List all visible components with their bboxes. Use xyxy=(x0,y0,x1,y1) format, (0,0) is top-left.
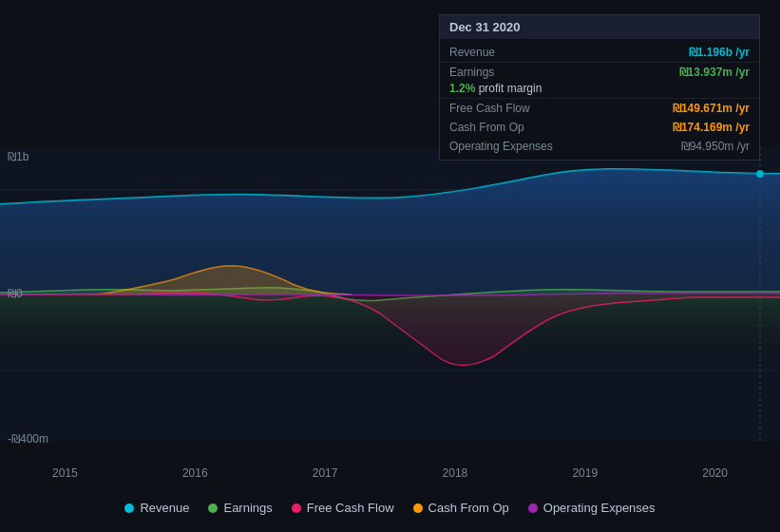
tooltip-profit-margin: 1.2% profit margin xyxy=(440,82,759,98)
svg-point-5 xyxy=(756,170,764,178)
tooltip-value-revenue: ₪1.196b /yr xyxy=(689,46,750,59)
tooltip-value-earnings: ₪13.937m /yr xyxy=(679,66,750,79)
legend-label-revenue: Revenue xyxy=(140,501,189,515)
chart-container: ₪1b ₪0 -₪400m Dec 31 2020 Revenue ₪1.196… xyxy=(0,0,780,532)
tooltip-value-cashfromop: ₪174.169m /yr xyxy=(673,121,750,134)
legend-dot-earnings xyxy=(208,504,218,513)
tooltip-value-fcf: ₪149.671m /yr xyxy=(673,102,750,115)
legend-item-opexp[interactable]: Operating Expenses xyxy=(528,501,656,515)
legend-label-opexp: Operating Expenses xyxy=(543,501,656,515)
profit-margin-value: 1.2% xyxy=(449,82,475,95)
tooltip-label-cashfromop: Cash From Op xyxy=(449,121,524,134)
tooltip-label-revenue: Revenue xyxy=(449,46,495,59)
tooltip-body: Revenue ₪1.196b /yr Earnings ₪13.937m /y… xyxy=(440,39,759,160)
legend-dot-opexp xyxy=(528,504,538,513)
x-label-2016: 2016 xyxy=(182,466,208,480)
chart-legend: Revenue Earnings Free Cash Flow Cash Fro… xyxy=(0,501,780,515)
x-label-2018: 2018 xyxy=(443,466,468,480)
tooltip-row-fcf: Free Cash Flow ₪149.671m /yr xyxy=(440,98,759,118)
y-label-top: ₪1b xyxy=(8,150,29,163)
legend-item-fcf[interactable]: Free Cash Flow xyxy=(292,501,394,515)
x-label-2019: 2019 xyxy=(572,466,598,480)
x-label-2020: 2020 xyxy=(702,466,728,480)
legend-dot-revenue xyxy=(124,504,134,513)
tooltip-label-fcf: Free Cash Flow xyxy=(449,102,530,115)
y-label-bot: -₪400m xyxy=(8,432,48,446)
legend-label-fcf: Free Cash Flow xyxy=(307,501,394,515)
tooltip-header: Dec 31 2020 xyxy=(440,15,759,39)
legend-dot-cashfromop xyxy=(413,504,423,513)
legend-item-revenue[interactable]: Revenue xyxy=(124,501,189,515)
x-axis-labels: 2015 2016 2017 2018 2019 2020 xyxy=(0,466,780,480)
legend-label-earnings: Earnings xyxy=(223,501,272,515)
legend-item-cashfromop[interactable]: Cash From Op xyxy=(413,501,509,515)
tooltip-row-cashfromop: Cash From Op ₪174.169m /yr xyxy=(440,118,759,137)
y-label-mid: ₪0 xyxy=(8,287,23,300)
tooltip-label-opexp: Operating Expenses xyxy=(449,140,553,153)
tooltip-row-earnings: Earnings ₪13.937m /yr xyxy=(440,62,759,82)
tooltip-row-opexp: Operating Expenses ₪94.950m /yr xyxy=(440,137,759,156)
x-label-2015: 2015 xyxy=(52,466,78,480)
legend-label-cashfromop: Cash From Op xyxy=(428,501,509,515)
tooltip-row-revenue: Revenue ₪1.196b /yr xyxy=(440,43,759,62)
tooltip-value-opexp: ₪94.950m /yr xyxy=(681,140,750,153)
tooltip: Dec 31 2020 Revenue ₪1.196b /yr Earnings… xyxy=(439,14,760,161)
legend-dot-fcf xyxy=(292,504,301,513)
tooltip-label-earnings: Earnings xyxy=(449,66,494,79)
legend-item-earnings[interactable]: Earnings xyxy=(208,501,272,515)
x-label-2017: 2017 xyxy=(313,466,338,480)
